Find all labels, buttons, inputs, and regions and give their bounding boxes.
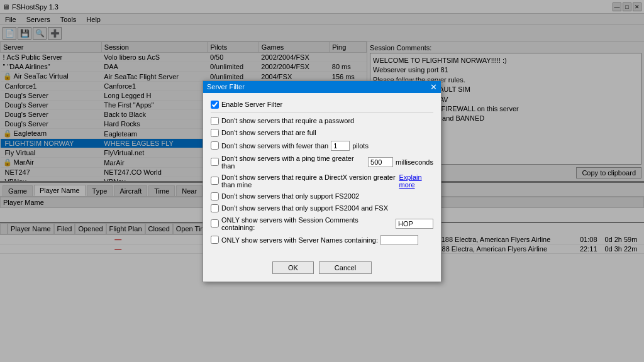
option-ping-row: Don't show servers with a ping time grea… bbox=[211, 155, 433, 170]
option-fs2004-fsx-check[interactable] bbox=[211, 204, 219, 212]
option-no-password[interactable] bbox=[211, 117, 219, 125]
modal-body: Enable Server Filter Don't show servers … bbox=[203, 93, 441, 256]
option-no-password-label[interactable]: Don't show servers that require a passwo… bbox=[211, 117, 433, 125]
option-fs2004-fsx-text: Don't show servers that only support FS2… bbox=[221, 204, 388, 212]
option-server-names-row: ONLY show servers with Server Names cont… bbox=[211, 235, 433, 245]
option-fewer-pilots-row: Don't show servers with fewer than pilot… bbox=[211, 141, 433, 151]
option-session-comments-value[interactable] bbox=[396, 219, 433, 229]
option-ping-value[interactable] bbox=[368, 157, 393, 167]
option-server-names-value[interactable] bbox=[380, 235, 418, 245]
modal-close-btn[interactable]: ✕ bbox=[430, 83, 437, 91]
option-fs2002-text: Don't show servers that only support FS2… bbox=[221, 192, 359, 200]
modal-title-bar: Server Filter ✕ bbox=[203, 81, 441, 93]
option-fewer-pilots-suffix: pilots bbox=[352, 142, 369, 150]
option-fewer-pilots-check[interactable] bbox=[211, 141, 219, 150]
ok-button[interactable]: OK bbox=[272, 261, 314, 274]
option-session-comments-check[interactable] bbox=[211, 219, 219, 228]
option-no-full-label[interactable]: Don't show servers that are full bbox=[211, 129, 433, 137]
option-session-comments-row: ONLY show servers with Session Comments … bbox=[211, 216, 433, 231]
modal-title: Server Filter bbox=[207, 83, 245, 90]
option-fewer-pilots-value[interactable] bbox=[331, 141, 350, 151]
option-ping-text: Don't show servers with a ping time grea… bbox=[221, 155, 365, 170]
option-ping-check[interactable] bbox=[211, 158, 219, 166]
option-no-password-text: Don't show servers that require a passwo… bbox=[221, 117, 354, 124]
option-fs2002-check[interactable] bbox=[211, 192, 219, 200]
option-session-comments-text: ONLY show servers with Session Comments … bbox=[221, 216, 393, 231]
option-fewer-pilots-text: Don't show servers with fewer than bbox=[221, 142, 328, 150]
option-directx-check[interactable] bbox=[211, 177, 219, 185]
option-server-names-text: ONLY show servers with Server Names cont… bbox=[221, 236, 378, 244]
modal-overlay: Server Filter ✕ Enable Server Filter Don… bbox=[0, 0, 644, 362]
enable-filter-label[interactable]: Enable Server Filter bbox=[211, 101, 433, 109]
option-ping-suffix: milliseconds bbox=[396, 158, 433, 166]
option-directx-text: Don't show servers that require a Direct… bbox=[221, 173, 396, 189]
enable-filter-text: Enable Server Filter bbox=[221, 101, 282, 108]
option-no-full[interactable] bbox=[211, 129, 219, 137]
cancel-button[interactable]: Cancel bbox=[319, 261, 372, 274]
enable-filter-checkbox[interactable] bbox=[211, 101, 219, 109]
option-no-full-text: Don't show servers that are full bbox=[221, 129, 316, 136]
option-fs2002-label[interactable]: Don't show servers that only support FS2… bbox=[211, 192, 433, 200]
option-fs2004-fsx-label[interactable]: Don't show servers that only support FS2… bbox=[211, 204, 433, 212]
option-server-names-check[interactable] bbox=[211, 236, 219, 244]
option-directx-row: Don't show servers that require a Direct… bbox=[211, 173, 433, 189]
server-filter-dialog: Server Filter ✕ Enable Server Filter Don… bbox=[203, 80, 441, 282]
explain-more-link[interactable]: Explain more bbox=[399, 173, 433, 189]
modal-footer: OK Cancel bbox=[203, 256, 441, 282]
